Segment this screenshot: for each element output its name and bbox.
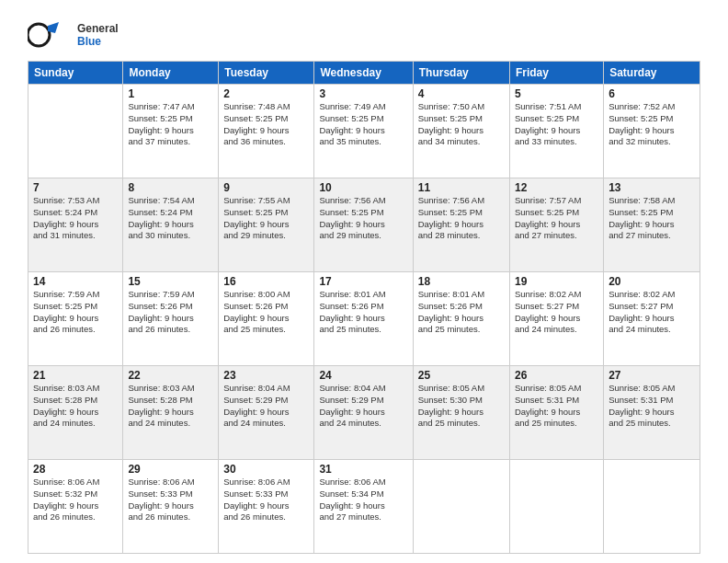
calendar-week-3: 14Sunrise: 7:59 AMSunset: 5:25 PMDayligh… (28, 272, 700, 366)
svg-marker-1 (48, 22, 59, 33)
cell-info: Sunrise: 7:59 AMSunset: 5:26 PMDaylight:… (128, 289, 213, 336)
calendar-cell: 8Sunrise: 7:54 AMSunset: 5:24 PMDaylight… (123, 178, 219, 272)
cell-info: Sunrise: 8:04 AMSunset: 5:29 PMDaylight:… (223, 383, 309, 430)
cell-day-number: 20 (609, 275, 695, 288)
cell-day-number: 12 (515, 181, 598, 194)
cell-day-number: 24 (319, 369, 407, 382)
calendar-cell: 3Sunrise: 7:49 AMSunset: 5:25 PMDaylight… (314, 85, 413, 178)
calendar-header-row: SundayMondayTuesdayWednesdayThursdayFrid… (28, 62, 700, 85)
calendar-cell: 6Sunrise: 7:52 AMSunset: 5:25 PMDaylight… (604, 85, 700, 178)
cell-info: Sunrise: 7:59 AMSunset: 5:25 PMDaylight:… (33, 289, 118, 336)
cell-day-number: 14 (33, 275, 118, 288)
calendar-cell: 1Sunrise: 7:47 AMSunset: 5:25 PMDaylight… (123, 85, 219, 178)
cell-info: Sunrise: 7:56 AMSunset: 5:25 PMDaylight:… (418, 195, 505, 242)
cell-day-number: 13 (609, 181, 695, 194)
header: GeneralBlue (28, 18, 700, 52)
cell-day-number: 19 (515, 275, 598, 288)
calendar-cell: 12Sunrise: 7:57 AMSunset: 5:25 PMDayligh… (509, 178, 603, 272)
cell-day-number: 10 (319, 181, 407, 194)
calendar-week-5: 28Sunrise: 8:06 AMSunset: 5:32 PMDayligh… (28, 460, 700, 554)
calendar-cell: 22Sunrise: 8:03 AMSunset: 5:28 PMDayligh… (123, 366, 219, 460)
cell-info: Sunrise: 8:02 AMSunset: 5:27 PMDaylight:… (609, 289, 695, 336)
cell-day-number: 11 (418, 181, 505, 194)
cell-info: Sunrise: 7:53 AMSunset: 5:24 PMDaylight:… (33, 195, 118, 242)
calendar-cell: 30Sunrise: 8:06 AMSunset: 5:33 PMDayligh… (219, 460, 314, 554)
calendar-cell: 29Sunrise: 8:06 AMSunset: 5:33 PMDayligh… (123, 460, 219, 554)
calendar-cell: 28Sunrise: 8:06 AMSunset: 5:32 PMDayligh… (28, 460, 123, 554)
calendar-cell: 4Sunrise: 7:50 AMSunset: 5:25 PMDaylight… (413, 85, 509, 178)
header-friday: Friday (509, 62, 603, 85)
calendar-cell: 2Sunrise: 7:48 AMSunset: 5:25 PMDaylight… (219, 85, 314, 178)
cell-info: Sunrise: 8:06 AMSunset: 5:33 PMDaylight:… (223, 477, 309, 523)
logo: GeneralBlue (28, 18, 119, 52)
calendar-cell: 15Sunrise: 7:59 AMSunset: 5:26 PMDayligh… (123, 272, 219, 366)
cell-info: Sunrise: 8:01 AMSunset: 5:26 PMDaylight:… (418, 289, 505, 336)
cell-day-number: 27 (609, 369, 695, 382)
calendar-cell: 9Sunrise: 7:55 AMSunset: 5:25 PMDaylight… (219, 178, 314, 272)
cell-info: Sunrise: 8:05 AMSunset: 5:30 PMDaylight:… (418, 383, 505, 430)
cell-day-number: 22 (128, 369, 213, 382)
calendar-cell: 20Sunrise: 8:02 AMSunset: 5:27 PMDayligh… (604, 272, 700, 366)
logo-text-block: GeneralBlue (77, 22, 119, 48)
cell-day-number: 23 (223, 369, 309, 382)
header-thursday: Thursday (413, 62, 509, 85)
calendar-cell (413, 460, 509, 554)
header-sunday: Sunday (28, 62, 123, 85)
cell-info: Sunrise: 7:50 AMSunset: 5:25 PMDaylight:… (418, 101, 505, 148)
cell-day-number: 25 (418, 369, 505, 382)
cell-day-number: 18 (418, 275, 505, 288)
cell-day-number: 7 (33, 181, 118, 194)
cell-info: Sunrise: 8:02 AMSunset: 5:27 PMDaylight:… (515, 289, 598, 336)
cell-day-number: 8 (128, 181, 213, 194)
calendar-table: SundayMondayTuesdayWednesdayThursdayFrid… (28, 61, 700, 554)
cell-info: Sunrise: 8:06 AMSunset: 5:33 PMDaylight:… (128, 477, 213, 523)
cell-info: Sunrise: 8:03 AMSunset: 5:28 PMDaylight:… (33, 383, 118, 430)
calendar-cell: 11Sunrise: 7:56 AMSunset: 5:25 PMDayligh… (413, 178, 509, 272)
cell-day-number: 4 (418, 87, 505, 100)
calendar-cell: 7Sunrise: 7:53 AMSunset: 5:24 PMDaylight… (28, 178, 123, 272)
svg-point-0 (28, 24, 50, 46)
cell-info: Sunrise: 7:57 AMSunset: 5:25 PMDaylight:… (515, 195, 598, 242)
cell-info: Sunrise: 7:55 AMSunset: 5:25 PMDaylight:… (223, 195, 309, 242)
cell-info: Sunrise: 7:56 AMSunset: 5:25 PMDaylight:… (319, 195, 407, 242)
cell-day-number: 3 (319, 87, 407, 100)
cell-day-number: 9 (223, 181, 309, 194)
cell-day-number: 28 (33, 463, 118, 476)
cell-info: Sunrise: 8:05 AMSunset: 5:31 PMDaylight:… (609, 383, 695, 430)
cell-day-number: 15 (128, 275, 213, 288)
calendar-cell: 24Sunrise: 8:04 AMSunset: 5:29 PMDayligh… (314, 366, 413, 460)
header-wednesday: Wednesday (314, 62, 413, 85)
calendar-cell: 13Sunrise: 7:58 AMSunset: 5:25 PMDayligh… (604, 178, 700, 272)
cell-info: Sunrise: 7:48 AMSunset: 5:25 PMDaylight:… (223, 101, 309, 148)
header-saturday: Saturday (604, 62, 700, 85)
calendar-cell: 14Sunrise: 7:59 AMSunset: 5:25 PMDayligh… (28, 272, 123, 366)
cell-info: Sunrise: 7:58 AMSunset: 5:25 PMDaylight:… (609, 195, 695, 242)
calendar-cell: 10Sunrise: 7:56 AMSunset: 5:25 PMDayligh… (314, 178, 413, 272)
cell-info: Sunrise: 7:52 AMSunset: 5:25 PMDaylight:… (609, 101, 695, 148)
cell-day-number: 29 (128, 463, 213, 476)
cell-info: Sunrise: 8:06 AMSunset: 5:32 PMDaylight:… (33, 477, 118, 523)
calendar-week-1: 1Sunrise: 7:47 AMSunset: 5:25 PMDaylight… (28, 85, 700, 178)
cell-day-number: 26 (515, 369, 598, 382)
calendar-cell: 27Sunrise: 8:05 AMSunset: 5:31 PMDayligh… (604, 366, 700, 460)
calendar-week-2: 7Sunrise: 7:53 AMSunset: 5:24 PMDaylight… (28, 178, 700, 272)
cell-info: Sunrise: 8:03 AMSunset: 5:28 PMDaylight:… (128, 383, 213, 430)
calendar-cell (604, 460, 700, 554)
logo-general: General (77, 22, 119, 35)
calendar-cell: 5Sunrise: 7:51 AMSunset: 5:25 PMDaylight… (509, 85, 603, 178)
calendar-cell: 23Sunrise: 8:04 AMSunset: 5:29 PMDayligh… (219, 366, 314, 460)
cell-info: Sunrise: 8:06 AMSunset: 5:34 PMDaylight:… (319, 477, 407, 523)
calendar-cell (28, 85, 123, 178)
calendar-cell: 16Sunrise: 8:00 AMSunset: 5:26 PMDayligh… (219, 272, 314, 366)
cell-info: Sunrise: 8:00 AMSunset: 5:26 PMDaylight:… (223, 289, 309, 336)
cell-info: Sunrise: 7:49 AMSunset: 5:25 PMDaylight:… (319, 101, 407, 148)
calendar-cell: 18Sunrise: 8:01 AMSunset: 5:26 PMDayligh… (413, 272, 509, 366)
logo-blue: Blue (77, 35, 119, 48)
cell-info: Sunrise: 8:04 AMSunset: 5:29 PMDaylight:… (319, 383, 407, 430)
cell-info: Sunrise: 7:47 AMSunset: 5:25 PMDaylight:… (128, 101, 213, 148)
cell-day-number: 17 (319, 275, 407, 288)
cell-info: Sunrise: 8:01 AMSunset: 5:26 PMDaylight:… (319, 289, 407, 336)
cell-day-number: 6 (609, 87, 695, 100)
calendar-cell: 19Sunrise: 8:02 AMSunset: 5:27 PMDayligh… (509, 272, 603, 366)
cell-info: Sunrise: 7:54 AMSunset: 5:24 PMDaylight:… (128, 195, 213, 242)
